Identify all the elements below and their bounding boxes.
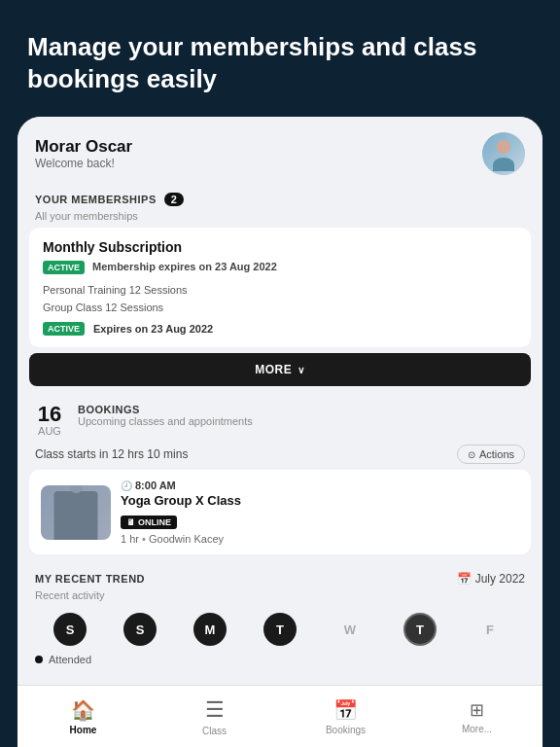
nav-label-home: Home — [70, 725, 97, 735]
bookings-icon: 📅 — [333, 698, 358, 722]
more-button[interactable]: MORE ∨ — [29, 353, 531, 386]
header-title: Manage your memberships and class bookin… — [27, 31, 533, 94]
online-badge: 🖥 ONLINE — [121, 516, 177, 529]
active-badge: ACTIVE — [43, 261, 85, 274]
app-card: Morar Oscar Welcome back! YOUR MEMBERSHI… — [18, 117, 542, 747]
membership-card-title: Monthly Subscription — [43, 239, 517, 255]
user-info: Morar Oscar Welcome back! — [35, 137, 132, 170]
clock-icon: 🕗 — [121, 480, 132, 491]
class-icon: ☰ — [205, 697, 225, 723]
day-item-s2: S — [105, 613, 175, 646]
memberships-sub: All your memberships — [18, 210, 542, 228]
membership-expires2-row: ACTIVE Expires on 23 Aug 2022 — [43, 322, 517, 336]
date-month: Aug — [35, 425, 64, 437]
date-block: 16 Aug — [35, 404, 64, 437]
class-starts-text: Class starts in 12 hrs 10 mins — [35, 447, 188, 461]
memberships-count: 2 — [164, 193, 184, 206]
day-item-s1: S — [35, 613, 105, 646]
trend-date: 📅 July 2022 — [457, 572, 525, 586]
attended-dot — [35, 656, 43, 663]
day-circle-s2: S — [123, 613, 157, 646]
membership-detail-1: Personal Training 12 Sessions — [43, 282, 517, 300]
user-welcome: Welcome back! — [35, 157, 132, 170]
nav-item-more[interactable]: ⊞ More... — [411, 692, 542, 742]
top-bar: Morar Oscar Welcome back! — [18, 117, 542, 185]
booking-class-name: Yoga Group X Class — [121, 493, 241, 508]
user-name: Morar Oscar — [35, 137, 132, 157]
day-circle-w: W — [333, 613, 367, 646]
nav-label-bookings: Bookings — [326, 725, 366, 735]
nav-label-class: Class — [202, 726, 227, 736]
class-thumb-person — [54, 491, 98, 540]
trend-header: MY RECENT TREND 📅 July 2022 — [18, 564, 542, 589]
bookings-title: BOOKINGS — [78, 404, 253, 415]
more-icon: ⊞ — [470, 699, 484, 721]
day-item-m: M — [175, 613, 245, 646]
day-circle-s1: S — [53, 613, 87, 646]
membership-details: Personal Training 12 Sessions Group Clas… — [43, 282, 517, 316]
home-icon: 🏠 — [71, 698, 95, 722]
day-circle-t2: T — [403, 613, 437, 646]
nav-item-bookings[interactable]: 📅 Bookings — [280, 691, 411, 743]
chevron-down-icon: ∨ — [298, 365, 305, 375]
screen-icon: 🖥 — [126, 517, 135, 527]
bottom-nav: 🏠 Home ☰ Class 📅 Bookings ⊞ More... — [18, 685, 542, 747]
day-circle-m: M — [193, 613, 227, 646]
booking-meta: 1 hr • Goodwin Kacey — [121, 533, 241, 545]
nav-label-more: More... — [462, 724, 492, 734]
scroll-area: YOUR MEMBERSHIPS 2 All your memberships … — [18, 185, 542, 685]
class-thumbnail — [41, 485, 111, 540]
avatar-image — [482, 132, 525, 175]
booking-card: 🕗 8:00 AM Yoga Group X Class 🖥 ONLINE 1 … — [29, 470, 531, 554]
day-circle-f: F — [473, 613, 507, 646]
header-section: Manage your memberships and class bookin… — [0, 0, 560, 114]
memberships-title: YOUR MEMBERSHIPS — [35, 194, 157, 205]
attended-label: Attended — [49, 654, 91, 665]
date-number: 16 — [35, 404, 64, 425]
actions-icon: ⊙ — [468, 449, 475, 460]
day-item-w: W — [315, 613, 385, 646]
membership-expires-text: Membership expires on 23 Aug 2022 — [92, 261, 277, 272]
nav-item-home[interactable]: 🏠 Home — [18, 691, 149, 743]
membership-card: Monthly Subscription ACTIVE Membership e… — [29, 228, 531, 347]
trend-title: MY RECENT TREND — [35, 573, 145, 585]
trend-sub: Recent activity — [18, 589, 542, 609]
day-item-t1: T — [245, 613, 315, 646]
bookings-info: BOOKINGS Upcoming classes and appointmen… — [78, 404, 253, 427]
day-item-f: F — [455, 613, 525, 646]
day-circle-t1: T — [263, 613, 297, 646]
expires2-text: Expires on 23 Aug 2022 — [93, 323, 213, 335]
memberships-section-header: YOUR MEMBERSHIPS 2 — [18, 185, 542, 210]
nav-item-class[interactable]: ☰ Class — [149, 690, 280, 744]
bookings-header: 16 Aug BOOKINGS Upcoming classes and app… — [18, 396, 542, 441]
booking-info: 🕗 8:00 AM Yoga Group X Class 🖥 ONLINE 1 … — [121, 480, 241, 545]
membership-expiry-row: ACTIVE Membership expires on 23 Aug 2022 — [43, 261, 517, 274]
days-row: S S M T W T F — [18, 609, 542, 650]
actions-button[interactable]: ⊙ Actions — [457, 445, 525, 464]
calendar-icon: 📅 — [457, 572, 472, 586]
day-item-t2: T — [385, 613, 455, 646]
attended-row: Attended — [18, 650, 542, 675]
class-starts-row: Class starts in 12 hrs 10 mins ⊙ Actions — [18, 441, 542, 470]
membership-detail-2: Group Class 12 Sessions — [43, 300, 517, 317]
booking-time: 🕗 8:00 AM — [121, 480, 241, 491]
bookings-sub: Upcoming classes and appointments — [78, 415, 253, 427]
actions-label: Actions — [479, 448, 514, 460]
active-badge-2: ACTIVE — [43, 322, 85, 336]
avatar[interactable] — [482, 132, 525, 175]
